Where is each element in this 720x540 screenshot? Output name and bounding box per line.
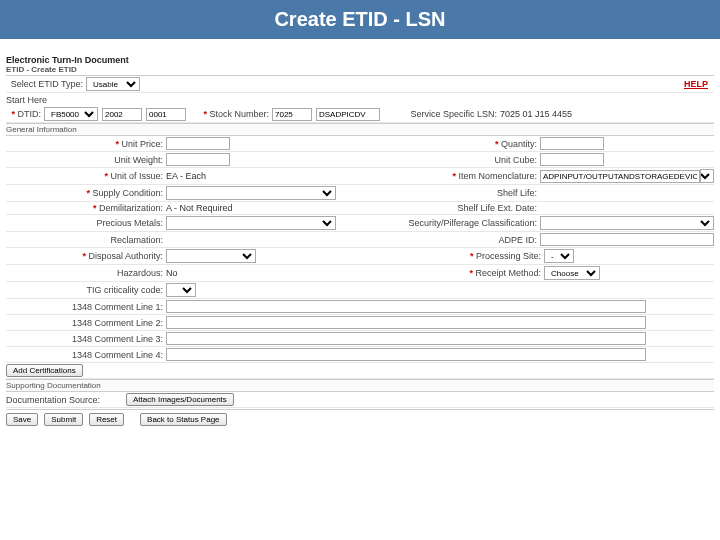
section-supporting: Supporting Documentation [6, 379, 714, 392]
start-here-label: Start Here [6, 95, 66, 105]
row-c4: 1348 Comment Line 4: [6, 347, 714, 363]
row-price-qty: Unit Price: Quantity: [6, 136, 714, 152]
row-disposal-processing: Disposal Authority: Processing Site: - [6, 248, 714, 265]
adpe-id-label: ADPE ID: [370, 235, 540, 245]
security-label: Security/Pilferage Classification: [370, 218, 540, 228]
row-precious-security: Precious Metals: Security/Pilferage Clas… [6, 215, 714, 232]
row-hazardous-receipt: Hazardous: No Receipt Method: Choose [6, 265, 714, 282]
row-c1: 1348 Comment Line 1: [6, 299, 714, 315]
dtid-row: DTID: FB5000 Stock Number: Service Speci… [6, 106, 714, 123]
comment-2-input[interactable] [166, 316, 646, 329]
demil-value: A - Not Required [166, 203, 336, 213]
row-demil-shelfext: Demilitarization: A - Not Required Shelf… [6, 202, 714, 215]
c2-label: 1348 Comment Line 2: [6, 318, 166, 328]
unit-cube-label: Unit Cube: [370, 155, 540, 165]
row-c3: 1348 Comment Line 3: [6, 331, 714, 347]
unit-weight-label: Unit Weight: [6, 155, 166, 165]
etid-type-select[interactable]: Usable [86, 77, 140, 91]
item-nomen-select[interactable] [700, 169, 714, 183]
c1-label: 1348 Comment Line 1: [6, 302, 166, 312]
row-tig: TIG criticality code: [6, 282, 714, 299]
slide-title: Create ETID - LSN [0, 0, 720, 39]
item-nomen-label: Item Nomenclature: [370, 171, 540, 181]
service-lsn-value: 7025 01 J15 4455 [500, 109, 572, 119]
dtid-serial-input[interactable] [146, 108, 186, 121]
stock-lsn-input[interactable] [316, 108, 380, 121]
unit-price-label: Unit Price: [6, 139, 166, 149]
precious-label: Precious Metals: [6, 218, 166, 228]
disposal-select[interactable] [166, 249, 256, 263]
processing-label: Processing Site: [374, 251, 544, 261]
tig-label: TIG criticality code: [6, 285, 166, 295]
service-lsn-label: Service Specific LSN: [380, 109, 500, 119]
hazardous-label: Hazardous: [6, 268, 166, 278]
reclamation-label: Reclamation: [6, 235, 166, 245]
save-button[interactable]: Save [6, 413, 38, 426]
quantity-label: Quantity: [370, 139, 540, 149]
hazardous-value: No [166, 268, 336, 278]
shelf-life-ext-label: Shelf Life Ext. Date: [370, 203, 540, 213]
back-button[interactable]: Back to Status Page [140, 413, 227, 426]
adpe-id-input[interactable] [540, 233, 714, 246]
disposal-label: Disposal Authority: [6, 251, 166, 261]
add-cert-button[interactable]: Add Certifications [6, 364, 83, 377]
receipt-select[interactable]: Choose [544, 266, 600, 280]
stock-number-label: Stock Number: [186, 109, 272, 119]
quantity-input[interactable] [540, 137, 604, 150]
select-type-label: Select ETID Type: [6, 79, 86, 89]
help-link[interactable]: HELP [684, 79, 714, 89]
demil-label: Demilitarization: [6, 203, 166, 213]
row-ui-nomen: Unit of Issue: EA - Each Item Nomenclatu… [6, 168, 714, 185]
item-nomen-input[interactable] [540, 170, 700, 183]
security-select[interactable] [540, 216, 714, 230]
row-reclam-adpe: Reclamation: ADPE ID: [6, 232, 714, 248]
app-header: Electronic Turn-In Document ETID - Creat… [6, 53, 714, 76]
section-general: General Information [6, 123, 714, 136]
dtid-label: DTID: [6, 109, 44, 119]
unit-price-input[interactable] [166, 137, 230, 150]
unit-cube-input[interactable] [540, 153, 604, 166]
attach-button[interactable]: Attach Images/Documents [126, 393, 234, 406]
receipt-label: Receipt Method: [374, 268, 544, 278]
comment-3-input[interactable] [166, 332, 646, 345]
supply-cond-select[interactable] [166, 186, 336, 200]
unit-weight-input[interactable] [166, 153, 230, 166]
gap [0, 39, 720, 53]
dtid-dodaac-select[interactable]: FB5000 [44, 107, 98, 121]
row-c2: 1348 Comment Line 2: [6, 315, 714, 331]
doc-source-label: Documentation Source: [6, 395, 126, 405]
comment-4-input[interactable] [166, 348, 646, 361]
unit-issue-value: EA - Each [166, 171, 230, 181]
row-supply-shelf: Supply Condition: Shelf Life: [6, 185, 714, 202]
c3-label: 1348 Comment Line 3: [6, 334, 166, 344]
row-weight-cube: Unit Weight: Unit Cube: [6, 152, 714, 168]
submit-button[interactable]: Submit [44, 413, 83, 426]
comment-1-input[interactable] [166, 300, 646, 313]
tig-select[interactable] [166, 283, 196, 297]
row-add-cert: Add Certifications [6, 363, 714, 379]
app-title: Electronic Turn-In Document [6, 55, 714, 65]
start-here-row: Start Here [6, 93, 714, 106]
footer-buttons: Save Submit Reset Back to Status Page [6, 409, 714, 429]
stock-fsc-input[interactable] [272, 108, 312, 121]
type-row: Select ETID Type: Usable HELP [6, 76, 714, 93]
processing-select[interactable]: - [544, 249, 574, 263]
supply-cond-label: Supply Condition: [6, 188, 166, 198]
reset-button[interactable]: Reset [89, 413, 124, 426]
unit-issue-label: Unit of Issue: [6, 171, 166, 181]
shelf-life-label: Shelf Life: [370, 188, 540, 198]
precious-select[interactable] [166, 216, 336, 230]
app-form: Electronic Turn-In Document ETID - Creat… [0, 53, 720, 429]
app-subtitle: ETID - Create ETID [6, 65, 714, 74]
dtid-julian-input[interactable] [102, 108, 142, 121]
c4-label: 1348 Comment Line 4: [6, 350, 166, 360]
row-doc-source: Documentation Source: Attach Images/Docu… [6, 392, 714, 408]
